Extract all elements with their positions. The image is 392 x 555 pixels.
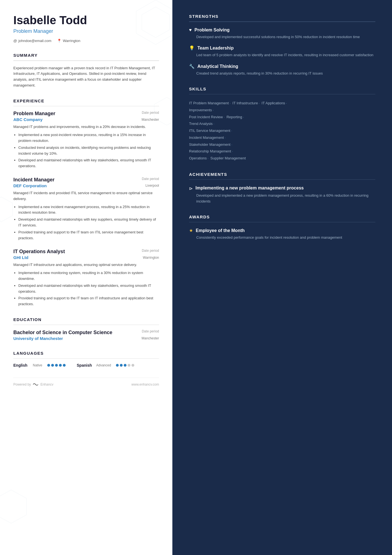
exp-date-2: Date period: [142, 177, 159, 181]
exp-role-1: Problem Manager: [13, 111, 55, 117]
bullet-1-3: Developed and maintained relationships w…: [18, 157, 159, 169]
languages-section-title: LANGUAGES: [13, 351, 159, 356]
skill-9: Stakeholder Management·: [189, 142, 233, 147]
strength-item-3: 🔧 Analytical Thinking Created trend anal…: [189, 64, 375, 77]
edu-institution-1: University of Manchester: [13, 336, 63, 341]
edu-degree-1: Bachelor of Science in Computer Science: [13, 329, 112, 336]
award-item-1: ★ Employee of the Month Consistently exc…: [189, 228, 375, 241]
wrench-icon: 🔧: [189, 64, 195, 69]
hex-decoration-4: [0, 487, 28, 527]
bullet-3-1: Implemented a new monitoring system, res…: [18, 270, 159, 282]
exp-location-3: Warrington: [143, 256, 159, 260]
bullet-3-2: Developed and maintained relationships w…: [18, 283, 159, 295]
exp-date-3: Date period: [142, 249, 159, 253]
heart-icon: ♥: [189, 28, 192, 33]
achievement-item-1: ⊳ Implementing a new problem management …: [189, 185, 375, 204]
skill-12: Supplier Management: [210, 156, 246, 160]
skill-4: Post Incident Review·: [189, 115, 225, 119]
strength-title-2: Team Leadership: [197, 46, 234, 51]
svg-marker-2: [154, 97, 172, 125]
experience-section-title: EXPERIENCE: [13, 98, 159, 103]
achievements-section-title: ACHIEVEMENTS: [189, 172, 375, 177]
bullet-2-3: Provided training and support to the IT …: [18, 230, 159, 241]
edu-date-1: Date period: [142, 329, 159, 333]
achievements-divider: [189, 179, 375, 180]
awards-section-title: AWARDS: [189, 214, 375, 219]
svg-marker-3: [0, 197, 13, 222]
skill-3: Improvements·: [189, 108, 215, 112]
edu-location-1: Manchester: [142, 336, 159, 340]
strengths-divider: [189, 21, 375, 22]
experience-section: EXPERIENCE Problem Manager Date period A…: [13, 98, 159, 307]
strength-item-1: ♥ Problem Solving Developed and implemen…: [189, 28, 375, 40]
skill-7: ITIL Service Management·: [189, 129, 233, 133]
language-english: English Native: [13, 363, 66, 367]
dot-e-4: [59, 364, 62, 367]
skill-1: IT Infrastructure·: [232, 101, 260, 105]
skill-0: IT Problem Management·: [189, 101, 231, 105]
award-desc-1: Consistently exceeded performance goals …: [189, 235, 375, 241]
strength-desc-2: Led team of 5 problem analysts to identi…: [189, 52, 375, 58]
skill-6: Trend Analysis·: [189, 122, 215, 126]
strengths-section-title: STRENGTHS: [189, 14, 375, 19]
svg-marker-1: [142, 7, 170, 38]
hex-decoration-2: [153, 95, 172, 129]
language-spanish: Spanish Advanced: [77, 363, 134, 367]
lang-level-spanish: Advanced: [96, 363, 111, 367]
strengths-section: STRENGTHS ♥ Problem Solving Developed an…: [189, 14, 375, 77]
achievements-section: ACHIEVEMENTS ⊳ Implementing a new proble…: [189, 172, 375, 204]
right-panel: STRENGTHS ♥ Problem Solving Developed an…: [172, 0, 392, 555]
bulb-icon: 💡: [189, 45, 195, 51]
location-text: Warrington: [63, 39, 80, 43]
skills-section: SKILLS IT Problem Management· IT Infrast…: [189, 87, 375, 162]
hex-decoration-1: [133, 0, 172, 48]
email-text: johndoe@email.com: [18, 39, 51, 43]
education-divider: [13, 325, 159, 325]
strength-desc-3: Created trend analysis reports, resultin…: [189, 71, 375, 77]
dot-s-3: [124, 364, 126, 367]
exp-bullets-1: Implemented a new post-incident review p…: [18, 132, 159, 169]
achievement-title-1: Implementing a new problem management pr…: [195, 185, 304, 191]
awards-section: AWARDS ★ Employee of the Month Consisten…: [189, 214, 375, 241]
education-section: EDUCATION Bachelor of Science in Compute…: [13, 317, 159, 341]
exp-bullets-2: Implemented a new incident management pr…: [18, 204, 159, 241]
summary-section-title: SUMMARY: [13, 53, 159, 58]
experience-item-1: Problem Manager Date period ABC Company …: [13, 111, 159, 169]
strength-title-1: Problem Solving: [195, 28, 230, 33]
summary-divider: [13, 60, 159, 61]
achievement-desc-1: Developed and implemented a new problem …: [189, 193, 375, 204]
lang-dots-english: [47, 364, 66, 367]
skills-section-title: SKILLS: [189, 87, 375, 91]
languages-row: English Native Spanish Advanced: [13, 363, 159, 367]
hex-decoration-3: [0, 195, 14, 226]
exp-bullets-3: Implemented a new monitoring system, res…: [18, 270, 159, 307]
experience-divider: [13, 106, 159, 107]
left-footer: Powered by Enhancv www.enhancv.com: [13, 378, 159, 387]
awards-divider: [189, 222, 375, 223]
skill-11: Operations·: [189, 156, 209, 160]
dot-s-1: [116, 364, 119, 367]
enhancv-logo-icon: [33, 382, 39, 387]
strength-desc-1: Developed and implemented successful sol…: [189, 34, 375, 40]
education-item-1: Bachelor of Science in Computer Science …: [13, 329, 159, 341]
skill-5: Reporting·: [227, 115, 245, 119]
experience-item-3: IT Operations Analyst Date period GHI Lt…: [13, 249, 159, 307]
exp-role-3: IT Operations Analyst: [13, 249, 65, 255]
location-icon: 📍: [57, 39, 61, 43]
dot-e-5: [63, 364, 66, 367]
strength-item-2: 💡 Team Leadership Led team of 5 problem …: [189, 45, 375, 58]
exp-location-2: Liverpool: [145, 184, 159, 188]
exp-company-1: ABC Company: [13, 117, 43, 122]
exp-desc-3: Managed IT infrastructure and applicatio…: [13, 262, 159, 268]
flag-icon: ⊳: [189, 186, 193, 191]
svg-marker-4: [0, 490, 26, 523]
brand-name: Enhancv: [40, 383, 53, 386]
summary-text: Experienced problem manager with a prove…: [13, 65, 159, 88]
left-panel: Isabelle Todd Problem Manager @ johndoe@…: [0, 0, 172, 555]
dot-e-2: [51, 364, 54, 367]
exp-role-2: Incident Manager: [13, 177, 54, 183]
exp-desc-1: Managed IT problems and improvements, re…: [13, 124, 159, 130]
exp-desc-2: Managed IT incidents and provided ITIL s…: [13, 190, 159, 202]
lang-dots-spanish: [116, 364, 134, 367]
location-contact: 📍 Warrington: [57, 39, 80, 43]
